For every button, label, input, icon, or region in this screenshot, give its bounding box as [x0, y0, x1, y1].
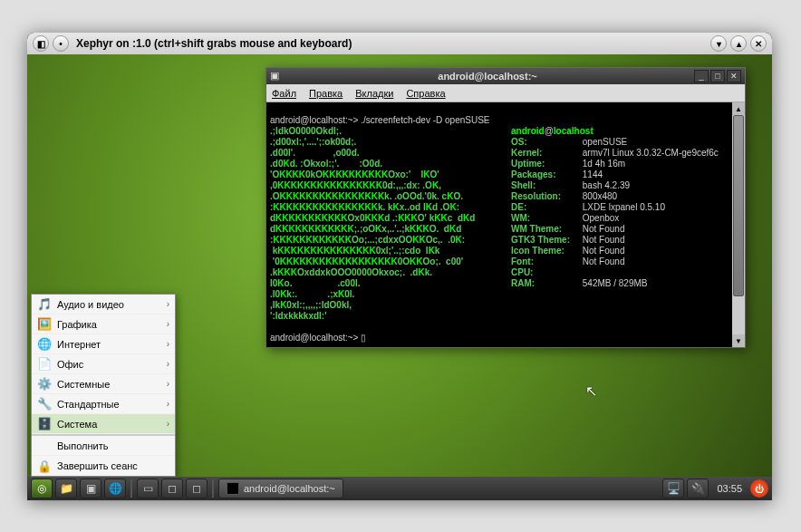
menu-tabs[interactable]: Вкладки [355, 88, 393, 99]
taskbar-minimize-all-icon[interactable]: ▭ [137, 479, 159, 498]
terminal-scrollbar[interactable]: ▲ ▼ [732, 102, 745, 347]
terminal-body[interactable]: android@localhost:~> ./screenfetch-dev -… [266, 102, 745, 347]
menu-help[interactable]: Справка [406, 88, 445, 99]
menu-icon: 🌐 [37, 337, 52, 352]
window-menu-icon[interactable]: ◧ [33, 35, 49, 52]
chevron-right-icon: › [167, 359, 169, 369]
desktop[interactable]: ▣ android@localhost:~ _ □ ✕ Файл Правка … [27, 54, 772, 500]
taskbar-separator [130, 479, 132, 498]
mouse-cursor-icon: ↖ [585, 382, 597, 400]
info-row: Resolution: 800x480 [511, 191, 719, 202]
info-row: Font: Not Found [511, 256, 719, 267]
chevron-right-icon: › [167, 339, 169, 349]
info-value: bash 4.2.39 [580, 180, 630, 191]
taskbar-clock[interactable]: 03:55 [711, 483, 748, 494]
startmenu-item[interactable]: 🗄️Система› [32, 414, 175, 434]
info-row: WM: Openbox [511, 213, 719, 224]
menu-label: Офис [57, 359, 83, 370]
terminal-close-button[interactable]: ✕ [727, 70, 741, 82]
outer-titlebar[interactable]: ◧ • Xephyr on :1.0 (ctrl+shift grabs mou… [27, 33, 772, 54]
startmenu-item[interactable]: 📄Офис› [32, 354, 175, 374]
terminal-title: android@localhost:~ [283, 71, 692, 82]
info-label: Resolution: [511, 191, 580, 202]
screenfetch-info: android@localhostOS: openSUSEKernel: arm… [511, 126, 719, 289]
outer-title: Xephyr on :1.0 (ctrl+shift grabs mouse a… [76, 37, 352, 50]
startmenu-item[interactable]: 🔒Завершить сеанс [32, 456, 175, 476]
menu-icon: 📄 [37, 357, 52, 372]
taskbar-terminal-icon[interactable]: ▣ [80, 479, 101, 498]
menu-label: Завершить сеанс [57, 460, 138, 471]
terminal-window: ▣ android@localhost:~ _ □ ✕ Файл Правка … [265, 67, 746, 348]
prompt-line-2: android@localhost:~> [270, 333, 361, 343]
startmenu-item[interactable]: 🎵Аудио и видео› [32, 295, 175, 314]
scroll-thumb[interactable] [733, 115, 744, 296]
startmenu-item[interactable]: Выполнить [32, 436, 175, 456]
info-value: 800x480 [580, 191, 617, 202]
info-row: OS: openSUSE [511, 137, 719, 148]
info-label: WM Theme: [511, 224, 580, 235]
chevron-right-icon: › [167, 419, 169, 429]
info-row: GTK3 Theme: Not Found [511, 235, 719, 246]
info-value: LXDE lxpanel 0.5.10 [580, 202, 665, 213]
info-row: Uptime: 1d 4h 16m [511, 159, 719, 169]
tray-plug-icon[interactable]: 🔌 [687, 479, 709, 498]
menu-icon [37, 439, 52, 453]
menu-file[interactable]: Файл [272, 88, 296, 99]
start-menu: 🎵Аудио и видео›🖼️Графика›🌐Интернет›📄Офис… [31, 294, 176, 477]
terminal-minimize-button[interactable]: _ [694, 70, 709, 82]
taskbar-desktop1-icon[interactable]: ◻ [161, 479, 183, 498]
info-label: Packages: [511, 169, 580, 180]
info-value: 542MB / 829MB [580, 278, 647, 289]
terminal-menubar: Файл Правка Вкладки Справка [266, 84, 745, 102]
cursor-block: ▯ [361, 333, 366, 343]
pin-icon[interactable]: • [53, 35, 69, 52]
info-label: Font: [511, 256, 580, 267]
terminal-maximize-button[interactable]: □ [710, 70, 725, 82]
menu-label: Система [57, 419, 97, 430]
info-value: Not Found [580, 224, 624, 235]
startmenu-item[interactable]: 🔧Стандартные› [32, 394, 175, 414]
menu-label: Стандартные [57, 399, 120, 410]
menu-edit[interactable]: Правка [309, 88, 343, 99]
taskbar-desktop2-icon[interactable]: ◻ [186, 479, 207, 498]
menu-label: Интернет [57, 339, 101, 350]
chevron-right-icon: › [167, 319, 169, 329]
info-row: Shell: bash 4.2.39 [511, 180, 719, 191]
info-row: Icon Theme: Not Found [511, 246, 719, 256]
task-terminal-icon [227, 482, 239, 495]
info-value: 1144 [580, 169, 603, 180]
close-button[interactable]: ✕ [750, 35, 767, 52]
menu-icon: 🔒 [37, 459, 52, 473]
info-label: CPU: [511, 267, 580, 278]
start-button[interactable]: ◎ [31, 479, 53, 498]
scroll-down-icon[interactable]: ▼ [732, 334, 745, 347]
xephyr-window: ◧ • Xephyr on :1.0 (ctrl+shift grabs mou… [27, 33, 772, 500]
chevron-right-icon: › [167, 379, 169, 389]
startmenu-item[interactable]: ⚙️Системные› [32, 374, 175, 394]
prompt-line-1: android@localhost:~> ./screenfetch-dev -… [270, 115, 490, 125]
minimize-button[interactable]: ▾ [710, 35, 727, 52]
tray-display-icon[interactable]: 🖥️ [662, 479, 684, 498]
info-label: Shell: [511, 180, 580, 191]
taskbar-separator [212, 479, 214, 498]
info-label: DE: [511, 202, 580, 213]
startmenu-item[interactable]: 🌐Интернет› [32, 334, 175, 354]
info-label: GTK3 Theme: [511, 235, 580, 246]
taskbar-filemanager-icon[interactable]: 📁 [55, 479, 77, 498]
menu-icon: ⚙️ [37, 377, 52, 392]
info-value: openSUSE [580, 137, 627, 148]
terminal-titlebar[interactable]: ▣ android@localhost:~ _ □ ✕ [266, 68, 745, 84]
taskbar-task-terminal[interactable]: android@localhost:~ [218, 479, 343, 498]
maximize-button[interactable]: ▴ [730, 35, 747, 52]
terminal-icon: ▣ [270, 70, 283, 82]
menu-icon: 🔧 [37, 397, 52, 411]
taskbar-power-button[interactable]: ⏻ [750, 479, 768, 498]
info-value [580, 267, 583, 278]
scroll-up-icon[interactable]: ▲ [732, 102, 745, 115]
taskbar-browser-icon[interactable]: 🌐 [104, 479, 126, 498]
info-label: Icon Theme: [511, 246, 580, 256]
menu-label: Выполнить [57, 440, 108, 451]
startmenu-item[interactable]: 🖼️Графика› [32, 314, 175, 334]
menu-label: Системные [57, 379, 110, 390]
info-row: Packages: 1144 [511, 169, 719, 180]
